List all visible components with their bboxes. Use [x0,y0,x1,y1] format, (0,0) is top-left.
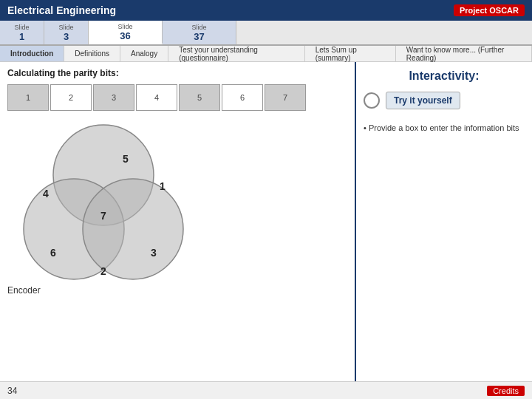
app-title: Electrical Engineering [7,4,116,16]
svg-text:2: 2 [100,265,106,277]
tab-slide-3[interactable]: Slide 3 [44,21,89,44]
parity-cell-1: 1 [7,84,49,111]
tab-slide-37-num: 37 [194,31,204,42]
circle-indicator [364,92,380,109]
encoder-label: Encoder [7,285,347,296]
provide-text: • Provide a box to enter the information… [364,123,525,134]
parity-grid: 1 2 3 4 5 6 7 [7,84,347,111]
tab-slide-3-num: 3 [64,31,69,42]
parity-cell-7: 7 [265,84,306,111]
svg-text:4: 4 [43,188,49,200]
tab-slide-37-label: Slide [191,24,206,31]
tab-slide-3-label: Slide [58,24,73,31]
right-panel: Interactivity: Try it yourself • Provide… [355,62,532,381]
sub-nav: Introduction Definitions Analogy Test yo… [0,46,532,62]
main-content: Calculating the parity bits: 1 2 3 4 5 6… [0,62,532,381]
tab-slide-37[interactable]: Slide 37 [163,21,236,44]
svg-text:5: 5 [123,153,129,165]
tab-slide-36-label: Slide [117,23,132,30]
slide-number: 34 [7,386,17,396]
parity-cell-3: 3 [93,84,134,111]
subnav-test[interactable]: Test your understanding (questionnaire) [168,46,305,61]
subnav-analogy[interactable]: Analogy [120,46,168,61]
subnav-summary[interactable]: Lets Sum up (summary) [305,46,396,61]
parity-cell-6: 6 [222,84,263,111]
nav-tabs: Slide 1 Slide 3 Slide 36 Slide 37 [0,21,532,46]
subnav-introduction[interactable]: Introduction [0,46,64,61]
tab-slide-1-num: 1 [19,31,24,42]
parity-cell-4: 4 [136,84,177,111]
svg-text:7: 7 [100,210,106,222]
svg-point-2 [83,179,183,279]
tab-slide-36[interactable]: Slide 36 [89,21,163,44]
venn-diagram: 4 5 1 7 6 3 2 [7,120,200,282]
tab-slide-1-label: Slide [14,24,29,31]
svg-text:1: 1 [160,180,166,192]
interactivity-title: Interactivity: [364,69,525,83]
parity-cell-2: 2 [50,84,92,111]
subnav-further[interactable]: Want to know more... (Further Reading) [396,46,532,61]
svg-text:6: 6 [50,247,56,259]
try-it-yourself-button[interactable]: Try it yourself [386,92,460,109]
tab-slide-36-num: 36 [120,30,130,41]
content-left: Calculating the parity bits: 1 2 3 4 5 6… [0,62,355,381]
credits-button[interactable]: Credits [487,386,525,396]
project-oscar-badge: Project OSCAR [454,4,525,16]
bottom-bar: 34 Credits [0,381,532,399]
parity-cell-5: 5 [179,84,220,111]
section-title: Calculating the parity bits: [7,68,347,78]
svg-text:3: 3 [151,247,157,259]
try-button-row: Try it yourself [364,92,525,109]
app-header: Electrical Engineering Project OSCAR [0,0,532,21]
tab-slide-1[interactable]: Slide 1 [0,21,44,44]
subnav-definitions[interactable]: Definitions [64,46,120,61]
